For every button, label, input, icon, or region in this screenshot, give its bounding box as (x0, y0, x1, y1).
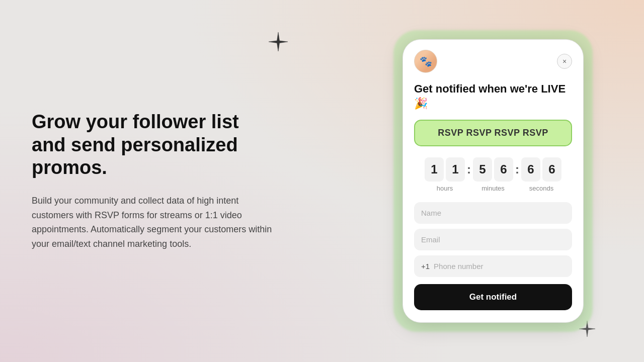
star-top-icon (268, 31, 289, 57)
notification-heading: Get notified when we're LIVE 🎉 (414, 82, 572, 111)
minutes-group: 5 6 minutes (473, 157, 513, 192)
email-input[interactable] (414, 229, 572, 250)
phone-header: 🐾 × (414, 50, 572, 73)
second-digit-2: 6 (542, 157, 561, 182)
colon-2: : (515, 157, 519, 176)
second-digit-1: 6 (521, 157, 540, 182)
phone-mockup: 🐾 × Get notified when we're LIVE 🎉 RSVP … (403, 39, 584, 323)
hours-group: 1 1 hours (425, 157, 465, 192)
phone-frame: 🐾 × Get notified when we're LIVE 🎉 RSVP … (403, 39, 584, 323)
phone-input[interactable] (434, 262, 565, 270)
hours-label: hours (437, 185, 453, 192)
minute-digit-2: 6 (494, 157, 513, 182)
get-notified-button[interactable]: Get notified (414, 284, 572, 310)
rsvp-form: +1 Get notified (414, 202, 572, 310)
minute-digit-1: 5 (473, 157, 492, 182)
minutes-digits: 5 6 (473, 157, 513, 182)
rsvp-button[interactable]: RSVP RSVP RSVP RSVP (414, 120, 572, 146)
main-heading: Grow your follower list and send persona… (32, 111, 273, 179)
hour-digit-2: 1 (446, 157, 465, 182)
seconds-label: seconds (529, 185, 553, 192)
countdown-timer: 1 1 hours : 5 6 minutes : 6 6 seconds (414, 157, 572, 192)
colon-1: : (467, 157, 471, 176)
phone-field-wrapper: +1 (414, 255, 572, 277)
hour-digit-1: 1 (425, 157, 444, 182)
seconds-digits: 6 6 (521, 157, 561, 182)
left-panel: Grow your follower list and send persona… (32, 111, 273, 251)
minutes-label: minutes (481, 185, 505, 192)
close-button[interactable]: × (557, 54, 572, 69)
hours-digits: 1 1 (425, 157, 465, 182)
avatar-emoji: 🐾 (420, 55, 432, 67)
seconds-group: 6 6 seconds (521, 157, 561, 192)
name-input[interactable] (414, 202, 572, 224)
avatar: 🐾 (414, 50, 437, 73)
country-code: +1 (421, 262, 430, 270)
body-text: Build your community and collect data of… (32, 194, 273, 251)
